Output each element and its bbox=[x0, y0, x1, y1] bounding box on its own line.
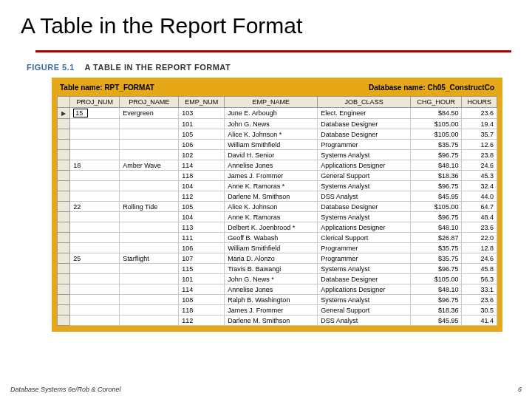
cell-job-class[interactable]: Systems Analyst bbox=[318, 150, 411, 160]
cell-emp-name[interactable]: James J. Frommer bbox=[225, 171, 318, 181]
cell-proj-name[interactable] bbox=[120, 150, 179, 160]
row-selector[interactable] bbox=[58, 140, 70, 150]
cell-proj-num[interactable] bbox=[70, 222, 120, 233]
cell-job-class[interactable]: Database Designer bbox=[318, 119, 411, 129]
cell-proj-name[interactable] bbox=[120, 119, 179, 129]
cell-job-class[interactable]: Clerical Support bbox=[318, 233, 411, 243]
cell-emp-num[interactable]: 106 bbox=[179, 140, 225, 150]
cell-proj-name[interactable] bbox=[120, 191, 179, 202]
cell-emp-name[interactable]: Maria D. Alonzo bbox=[225, 253, 318, 264]
cell-hours[interactable]: 35.7 bbox=[462, 129, 497, 140]
cell-job-class[interactable]: Programmer bbox=[318, 140, 411, 150]
cell-chg-hour[interactable]: $105.00 bbox=[411, 202, 462, 212]
cell-hours[interactable]: 44.0 bbox=[462, 191, 497, 202]
cell-chg-hour[interactable]: $105.00 bbox=[411, 129, 462, 140]
cell-chg-hour[interactable]: $84.50 bbox=[411, 108, 462, 119]
row-selector[interactable] bbox=[58, 274, 70, 284]
cell-job-class[interactable]: General Support bbox=[318, 171, 411, 181]
cell-chg-hour[interactable]: $35.75 bbox=[411, 243, 462, 253]
cell-proj-name[interactable]: Evergreen bbox=[120, 108, 179, 119]
cell-emp-num[interactable]: 105 bbox=[179, 129, 225, 140]
cell-proj-num[interactable] bbox=[70, 212, 120, 222]
cell-proj-name[interactable] bbox=[120, 222, 179, 233]
table-row[interactable]: 111Geoff B. WabashClerical Support$26.87… bbox=[58, 233, 497, 243]
cell-chg-hour[interactable]: $96.75 bbox=[411, 295, 462, 305]
table-row[interactable]: 112Darlene M. SmithsonDSS Analyst$45.954… bbox=[58, 316, 497, 326]
cell-emp-num[interactable]: 118 bbox=[179, 171, 225, 181]
cell-emp-num[interactable]: 114 bbox=[179, 160, 225, 171]
row-selector[interactable] bbox=[58, 305, 70, 316]
cell-proj-name[interactable] bbox=[120, 316, 179, 326]
cell-proj-num[interactable] bbox=[70, 171, 120, 181]
cell-emp-name[interactable]: Alice K. Johnson bbox=[225, 202, 318, 212]
table-row[interactable]: 102David H. SeniorSystems Analyst$96.752… bbox=[58, 150, 497, 160]
cell-hours[interactable]: 32.4 bbox=[462, 181, 497, 191]
cell-proj-name[interactable] bbox=[120, 233, 179, 243]
cell-emp-num[interactable]: 102 bbox=[179, 150, 225, 160]
cell-chg-hour[interactable]: $105.00 bbox=[411, 119, 462, 129]
report-table[interactable]: PROJ_NUM PROJ_NAME EMP_NUM EMP_NAME JOB_… bbox=[57, 96, 497, 326]
cell-job-class[interactable]: Elect. Engineer bbox=[318, 108, 411, 119]
cell-proj-name[interactable] bbox=[120, 295, 179, 305]
cell-job-class[interactable]: General Support bbox=[318, 305, 411, 316]
cell-emp-num[interactable]: 101 bbox=[179, 119, 225, 129]
cell-hours[interactable]: 24.6 bbox=[462, 160, 497, 171]
cell-hours[interactable]: 23.6 bbox=[462, 222, 497, 233]
cell-emp-num[interactable]: 104 bbox=[179, 212, 225, 222]
cell-job-class[interactable]: Programmer bbox=[318, 253, 411, 264]
cell-proj-num[interactable] bbox=[70, 119, 120, 129]
cell-job-class[interactable]: Database Designer bbox=[318, 202, 411, 212]
col-emp-name[interactable]: EMP_NAME bbox=[225, 97, 318, 108]
cell-hours[interactable]: 12.8 bbox=[462, 243, 497, 253]
cell-proj-name[interactable] bbox=[120, 274, 179, 284]
cell-hours[interactable]: 45.8 bbox=[462, 264, 497, 274]
cell-job-class[interactable]: Systems Analyst bbox=[318, 212, 411, 222]
table-row[interactable]: 106William SmithfieldProgrammer$35.7512.… bbox=[58, 243, 497, 253]
cell-proj-num[interactable] bbox=[70, 150, 120, 160]
cell-proj-name[interactable] bbox=[120, 212, 179, 222]
cell-emp-name[interactable]: William Smithfield bbox=[225, 140, 318, 150]
col-hours[interactable]: HOURS bbox=[462, 97, 497, 108]
cell-job-class[interactable]: Database Designer bbox=[318, 129, 411, 140]
table-row[interactable]: 118James J. FrommerGeneral Support$18.36… bbox=[58, 305, 497, 316]
cell-chg-hour[interactable]: $96.75 bbox=[411, 212, 462, 222]
cell-chg-hour[interactable]: $96.75 bbox=[411, 150, 462, 160]
cell-proj-name[interactable]: Rolling Tide bbox=[120, 202, 179, 212]
cell-emp-num[interactable]: 108 bbox=[179, 295, 225, 305]
cell-emp-num[interactable]: 107 bbox=[179, 253, 225, 264]
table-row[interactable]: 22Rolling Tide105Alice K. JohnsonDatabas… bbox=[58, 202, 497, 212]
cell-emp-num[interactable]: 112 bbox=[179, 316, 225, 326]
cell-emp-num[interactable]: 113 bbox=[179, 222, 225, 233]
table-row[interactable]: ▶15Evergreen103June E. ArboughElect. Eng… bbox=[58, 108, 497, 119]
cell-emp-num[interactable]: 112 bbox=[179, 191, 225, 202]
cell-proj-num[interactable]: 18 bbox=[70, 160, 120, 171]
row-selector[interactable] bbox=[58, 212, 70, 222]
cell-proj-num[interactable] bbox=[70, 233, 120, 243]
cell-emp-num[interactable]: 101 bbox=[179, 274, 225, 284]
cell-chg-hour[interactable]: $26.87 bbox=[411, 233, 462, 243]
cell-emp-num[interactable]: 115 bbox=[179, 264, 225, 274]
row-selector[interactable] bbox=[58, 284, 70, 295]
row-selector[interactable] bbox=[58, 253, 70, 264]
cell-emp-name[interactable]: Darlene M. Smithson bbox=[225, 316, 318, 326]
table-row[interactable]: 112Darlene M. SmithsonDSS Analyst$45.954… bbox=[58, 191, 497, 202]
cell-proj-name[interactable] bbox=[120, 264, 179, 274]
table-row[interactable]: 101John G. News *Database Designer$105.0… bbox=[58, 274, 497, 284]
cell-hours[interactable]: 23.6 bbox=[462, 108, 497, 119]
cell-proj-name[interactable] bbox=[120, 243, 179, 253]
row-selector[interactable]: ▶ bbox=[58, 108, 70, 119]
table-row[interactable]: 113Delbert K. Joenbrood *Applications De… bbox=[58, 222, 497, 233]
cell-chg-hour[interactable]: $45.95 bbox=[411, 316, 462, 326]
cell-chg-hour[interactable]: $45.95 bbox=[411, 191, 462, 202]
cell-emp-num[interactable]: 111 bbox=[179, 233, 225, 243]
cell-job-class[interactable]: Systems Analyst bbox=[318, 295, 411, 305]
cell-hours[interactable]: 45.3 bbox=[462, 171, 497, 181]
table-row[interactable]: 18Amber Wave114Annelise JonesApplication… bbox=[58, 160, 497, 171]
cell-hours[interactable]: 19.4 bbox=[462, 119, 497, 129]
table-row[interactable]: 108Ralph B. WashingtonSystems Analyst$96… bbox=[58, 295, 497, 305]
cell-proj-num[interactable] bbox=[70, 284, 120, 295]
table-row[interactable]: 118James J. FrommerGeneral Support$18.36… bbox=[58, 171, 497, 181]
cell-proj-name[interactable] bbox=[120, 171, 179, 181]
col-emp-num[interactable]: EMP_NUM bbox=[179, 97, 225, 108]
active-cell-value[interactable]: 15 bbox=[73, 109, 88, 117]
